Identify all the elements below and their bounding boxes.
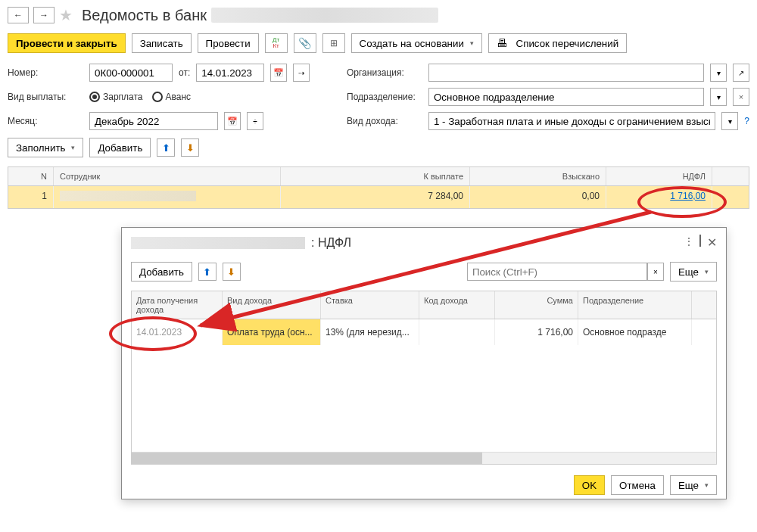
popup-title-suffix: : НДФЛ <box>311 236 351 250</box>
radio-salary-label: Зарплата <box>103 92 143 102</box>
th-vz[interactable]: Взыскано <box>470 167 606 185</box>
more-icon[interactable]: ⋮ <box>684 235 693 250</box>
calendar-icon: 📅 <box>273 68 284 78</box>
income-type-label: Вид дохода: <box>347 116 422 126</box>
table-row[interactable]: 1 7 284,00 0,00 1 716,00 <box>8 186 749 208</box>
popup-table: Дата получения дохода Вид дохода Ставка … <box>131 291 717 465</box>
move-down-button[interactable]: ⬇ <box>181 138 199 157</box>
title-redacted <box>211 8 438 23</box>
help-icon[interactable]: ? <box>744 116 749 126</box>
cell-emp <box>54 186 281 208</box>
paytype-label: Вид выплаты: <box>8 92 83 102</box>
date-flow-button[interactable]: ⇢ <box>293 64 310 82</box>
org-dropdown[interactable]: ▾ <box>710 64 727 82</box>
cell-n: 1 <box>8 186 54 208</box>
flow-icon: ⇢ <box>298 69 304 77</box>
pth-code[interactable]: Код дохода <box>419 291 495 319</box>
org-label: Организация: <box>347 67 422 78</box>
main-table: N Сотрудник К выплате Взыскано НДФЛ 1 7 … <box>8 166 749 209</box>
forward-button[interactable]: → <box>33 7 55 23</box>
calendar-icon: 📅 <box>227 117 238 126</box>
transfer-list-button[interactable]: 🖶 Список перечислений <box>488 33 627 53</box>
pth-sum[interactable]: Сумма <box>495 291 578 319</box>
structure-button[interactable]: ⊞ <box>322 33 345 53</box>
org-open[interactable]: ↗ <box>733 64 749 82</box>
popup-footer-more[interactable]: Еще <box>670 475 717 495</box>
pcell-dept: Основное подразде <box>578 319 692 345</box>
search-clear[interactable]: × <box>647 263 664 281</box>
from-label: от: <box>179 67 190 78</box>
date-input[interactable] <box>196 64 264 82</box>
number-label: Номер: <box>8 67 83 78</box>
pcell-date: 14.01.2023 <box>132 319 223 345</box>
number-input[interactable] <box>89 64 173 82</box>
radio-salary[interactable]: Зарплата <box>89 92 143 102</box>
dept-clear[interactable]: × <box>733 88 749 106</box>
radio-advance-label: Аванс <box>166 92 192 102</box>
dept-label: Подразделение: <box>347 92 422 102</box>
create-based-button[interactable]: Создать на основании <box>351 33 482 53</box>
pth-vid[interactable]: Вид дохода <box>223 291 321 319</box>
paperclip-icon: 📎 <box>298 37 311 49</box>
pth-rate[interactable]: Ставка <box>321 291 419 319</box>
fill-button[interactable]: Заполнить <box>8 138 83 157</box>
paytype-radio-group: Зарплата Аванс <box>89 92 191 102</box>
income-type-input[interactable] <box>428 112 715 130</box>
x-icon: × <box>739 92 743 101</box>
th-emp[interactable]: Сотрудник <box>54 167 281 185</box>
star-icon[interactable]: ★ <box>59 6 73 24</box>
close-button[interactable]: ✕ <box>707 235 717 250</box>
dept-dropdown[interactable]: ▾ <box>710 88 727 106</box>
pcell-rate: 13% (для нерезид... <box>321 319 419 345</box>
add-button[interactable]: Добавить <box>89 138 151 157</box>
pth-dept[interactable]: Подразделение <box>578 291 692 319</box>
transfer-list-label: Список перечислений <box>516 38 619 49</box>
pcell-vid: Оплата труда (осн... <box>223 319 321 345</box>
radio-advance[interactable]: Аванс <box>152 92 192 102</box>
th-n[interactable]: N <box>8 167 54 185</box>
pth-date[interactable]: Дата получения дохода <box>132 291 223 319</box>
post-button[interactable]: Провести <box>198 33 259 53</box>
date-calendar-button[interactable]: 📅 <box>270 64 287 82</box>
income-dropdown[interactable]: ▾ <box>721 112 738 130</box>
attach-button[interactable]: 📎 <box>294 33 316 53</box>
dtkt-button[interactable]: ДтКт <box>265 33 288 53</box>
popup-title-redacted <box>131 237 305 249</box>
cancel-button[interactable]: Отмена <box>611 475 664 495</box>
th-ndfl[interactable]: НДФЛ <box>606 167 712 185</box>
save-button[interactable]: Записать <box>132 33 192 53</box>
popup-more-button[interactable]: Еще <box>670 262 717 282</box>
maximize-icon <box>699 235 701 247</box>
move-up-button[interactable]: ⬆ <box>157 138 175 157</box>
maximize-button[interactable] <box>699 235 701 250</box>
popup-add-button[interactable]: Добавить <box>131 262 192 282</box>
cell-pay: 7 284,00 <box>281 186 470 208</box>
pcell-code <box>419 319 495 345</box>
popup-move-down[interactable]: ⬇ <box>223 263 241 281</box>
popup-scrollbar[interactable] <box>132 452 716 464</box>
pcell-sum: 1 716,00 <box>495 319 578 345</box>
post-close-button[interactable]: Провести и закрыть <box>8 33 126 53</box>
ndfl-popup: : НДФЛ ⋮ ✕ Добавить ⬆ ⬇ × Еще Дата получ… <box>121 227 727 499</box>
tree-icon: ⊞ <box>330 38 338 48</box>
month-calendar[interactable]: 📅 <box>224 112 241 130</box>
th-pay[interactable]: К выплате <box>281 167 470 185</box>
search-input[interactable] <box>467 263 647 281</box>
popup-row[interactable]: 14.01.2023 Оплата труда (осн... 13% (для… <box>132 319 716 345</box>
org-input[interactable] <box>428 64 704 82</box>
month-label: Месяц: <box>8 116 83 126</box>
cell-ndfl[interactable]: 1 716,00 <box>606 186 712 208</box>
dept-input[interactable] <box>428 88 704 106</box>
page-title: Ведомость в банк <box>82 7 207 24</box>
month-stepper[interactable]: ÷ <box>247 112 263 130</box>
cell-vz: 0,00 <box>470 186 606 208</box>
back-button[interactable]: ← <box>8 7 29 23</box>
month-input[interactable] <box>89 112 218 130</box>
print-icon: 🖶 <box>497 37 507 49</box>
popup-move-up[interactable]: ⬆ <box>198 263 217 281</box>
ok-button[interactable]: OK <box>574 475 605 495</box>
